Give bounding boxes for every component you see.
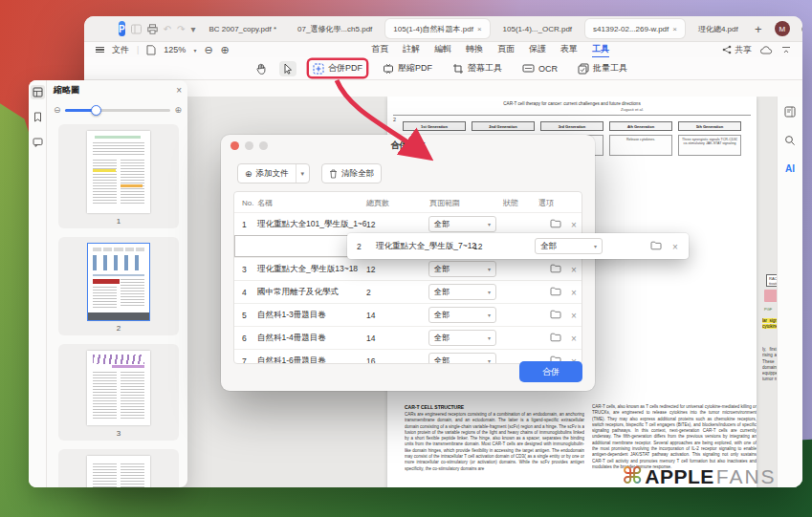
table-row[interactable]: 6 自然科1-4冊題目卷 14 全部▾ × xyxy=(234,326,582,349)
redo-icon[interactable]: ↷ xyxy=(177,22,185,35)
ocr-button[interactable]: OCR xyxy=(518,61,561,75)
table-row[interactable]: 4 國中常用離子及化學式 2 全部▾ × xyxy=(234,280,582,303)
tab-105-ocr[interactable]: 105(1-4)..._OCR.pdf xyxy=(495,19,580,38)
tab-bc2007[interactable]: BC 2007_copy.pdf * xyxy=(201,19,284,38)
hand-tool-icon[interactable] xyxy=(255,63,267,75)
tab-annotate[interactable]: 註解 xyxy=(403,43,420,57)
folder-icon[interactable] xyxy=(550,333,561,342)
print-icon[interactable] xyxy=(147,22,158,35)
collapse-toolbar-icon[interactable] xyxy=(781,46,791,54)
folder-icon[interactable] xyxy=(550,264,561,273)
remove-row-icon[interactable]: × xyxy=(571,333,577,343)
remove-row-icon[interactable]: × xyxy=(571,264,577,274)
range-dropdown[interactable]: 全部▾ xyxy=(535,238,603,254)
account-avatar[interactable]: M xyxy=(775,21,790,36)
dragged-table-row[interactable]: 2 理化重點大全_學生版_7~12 12 全部▾ × xyxy=(347,233,689,259)
tab-label: 105(1-4)..._OCR.pdf xyxy=(503,25,572,33)
file-menu-icon[interactable] xyxy=(96,45,104,54)
remove-row-icon[interactable]: × xyxy=(571,310,577,320)
range-dropdown[interactable]: 全部▾ xyxy=(428,330,496,346)
compress-pdf-label: 壓縮PDF xyxy=(398,62,432,75)
generation-box: 3rd Generation xyxy=(540,121,604,131)
close-tab-icon[interactable]: × xyxy=(672,25,677,33)
slider-track[interactable] xyxy=(65,109,171,112)
merge-button[interactable]: 合併 xyxy=(519,361,582,382)
tab-edit[interactable]: 編輯 xyxy=(434,43,451,57)
zoom-level-value[interactable]: 125% xyxy=(164,45,186,54)
thumbnail-card-1[interactable]: 1 xyxy=(58,124,179,228)
thumbnail-card-3[interactable]: 3 xyxy=(58,344,179,441)
folder-icon[interactable] xyxy=(650,241,662,250)
thumbnail-image xyxy=(88,244,149,320)
thumbnail-card-2[interactable]: 2 xyxy=(58,237,179,335)
range-dropdown[interactable]: 全部▾ xyxy=(428,216,496,232)
range-dropdown[interactable]: 全部▾ xyxy=(428,353,496,364)
tab-ch5[interactable]: 07_選修化學...ch5.pdf xyxy=(290,19,380,38)
cloud-icon[interactable] xyxy=(760,46,773,54)
file-menu-label[interactable]: 文件 xyxy=(112,44,129,56)
range-dropdown[interactable]: 全部▾ xyxy=(428,307,496,323)
folder-icon[interactable] xyxy=(550,219,561,228)
share-button[interactable]: 共享 xyxy=(722,44,752,56)
zoom-chevron-icon[interactable]: ▾ xyxy=(193,47,196,54)
close-panel-icon[interactable]: × xyxy=(176,85,182,96)
tab-label: BC 2007_copy.pdf * xyxy=(208,25,276,33)
compress-pdf-button[interactable]: 壓縮PDF xyxy=(379,60,436,76)
col-range: 頁面範圍 xyxy=(429,197,460,207)
slider-handle[interactable] xyxy=(91,105,101,116)
tab-convert[interactable]: 轉換 xyxy=(466,43,483,57)
table-row[interactable]: 1 理化重點大全101_學生版_1~6 12 全部▾ × xyxy=(234,212,582,235)
generation-box: 2nd Generation xyxy=(472,121,535,131)
history-chevron-icon[interactable]: ▾ xyxy=(190,22,195,35)
range-dropdown[interactable]: 全部▾ xyxy=(428,284,496,300)
tab-protect[interactable]: 保護 xyxy=(529,43,546,57)
thumbnails-icon[interactable] xyxy=(31,85,45,99)
tools-toolbar: 合併PDF 壓縮PDF 螢幕工具 OCR 批量工具 xyxy=(84,57,802,80)
slider-zoom-out-icon[interactable]: ⊖ xyxy=(54,105,61,115)
bookmarks-icon[interactable] xyxy=(31,110,45,124)
search-icon[interactable] xyxy=(784,135,796,146)
sync-icon[interactable] xyxy=(800,22,802,35)
table-row[interactable]: 3 理化重點大全_學生版13~18 12 全部▾ × xyxy=(234,257,582,280)
comments-icon[interactable] xyxy=(31,135,45,149)
compress-pdf-icon xyxy=(383,63,394,75)
table-row[interactable]: 5 自然科1-3冊題目卷 14 全部▾ × xyxy=(234,303,582,326)
zoom-in-icon[interactable]: ⊕ xyxy=(221,44,230,56)
properties-panel-icon[interactable] xyxy=(784,106,796,118)
thumbnail-card-4[interactable]: 4 xyxy=(58,449,179,487)
zoom-out-icon[interactable]: ⊖ xyxy=(204,44,212,56)
page-fit-icon[interactable] xyxy=(146,45,156,55)
thumbnail-number: 1 xyxy=(117,217,121,226)
sidebar-toggle-icon[interactable] xyxy=(131,22,142,35)
select-tool-icon[interactable] xyxy=(279,61,296,76)
col-pages: 總頁數 xyxy=(366,197,389,207)
batch-tools-button[interactable]: 批量工具 xyxy=(574,60,631,76)
tab-tools[interactable]: 工具 xyxy=(592,43,609,57)
tab-home[interactable]: 首頁 xyxy=(371,43,388,57)
range-dropdown[interactable]: 全部▾ xyxy=(428,261,496,277)
remove-row-icon[interactable]: × xyxy=(571,287,577,297)
new-tab-button[interactable]: + xyxy=(752,22,765,35)
add-files-button[interactable]: ⊕添加文件 ▾ xyxy=(237,163,310,183)
slider-zoom-in-icon[interactable]: ⊕ xyxy=(174,105,182,115)
remove-row-icon[interactable]: × xyxy=(672,241,678,251)
tab-forms[interactable]: 表單 xyxy=(560,43,578,57)
folder-icon[interactable] xyxy=(550,310,561,319)
add-files-label: 添加文件 xyxy=(256,168,289,180)
generation-note: Release cytokines. xyxy=(609,135,672,156)
remove-row-icon[interactable]: × xyxy=(571,219,577,229)
merge-pdf-button[interactable]: 合併PDF xyxy=(309,60,366,76)
clear-all-button[interactable]: 清除全部 xyxy=(321,163,382,183)
paper-header-author: Zugasti et al. xyxy=(387,107,757,112)
folder-icon[interactable] xyxy=(550,287,561,296)
tab-s41392[interactable]: s41392-02...269-w.pdf× xyxy=(585,19,685,38)
clear-all-label: 清除全部 xyxy=(341,168,374,180)
add-files-dropdown-icon[interactable]: ▾ xyxy=(296,164,310,183)
ai-assistant-button[interactable]: AI xyxy=(785,163,795,174)
tab-pages[interactable]: 頁面 xyxy=(497,43,515,57)
screen-tools-button[interactable]: 螢幕工具 xyxy=(449,60,506,76)
tab-105-nature[interactable]: 105(1-4)自然科題本.pdf× xyxy=(385,19,489,38)
close-tab-icon[interactable]: × xyxy=(477,25,482,33)
undo-icon[interactable]: ↶ xyxy=(164,22,171,35)
tab-lihua4[interactable]: 理化總4.pdf xyxy=(691,19,746,38)
